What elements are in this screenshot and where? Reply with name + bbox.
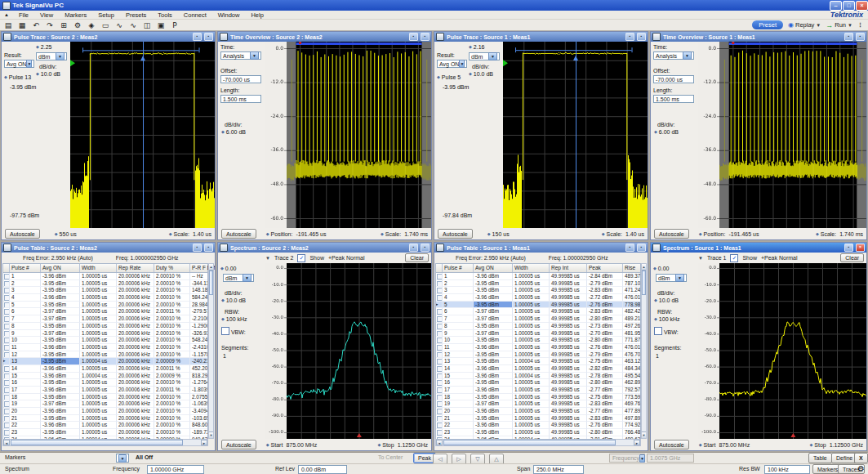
vbw-checkbox[interactable] (654, 327, 662, 335)
table-cell[interactable]: 49.99985 us (550, 415, 587, 423)
table-row[interactable]: 21-3.95 dBm1.00005 us20.00006 kHz2.00010… (3, 415, 207, 423)
table-cell[interactable]: -3.95 dBm (474, 280, 513, 288)
unit-select[interactable]: dBm▼ (656, 274, 687, 282)
table-cell[interactable]: -2.84 dBm (587, 273, 623, 280)
table-cell[interactable]: 49.99985 us (550, 344, 587, 351)
table-cell[interactable]: -3.97 dBm (474, 400, 513, 408)
table-cell[interactable]: 495.54688 (623, 373, 641, 380)
analysis-wave-icon[interactable]: ∿ (127, 20, 140, 31)
table-cell[interactable]: -- Hz (190, 273, 208, 280)
panel-minimize-icon[interactable]: ▪ (409, 244, 418, 252)
table-cell[interactable]: -3.95 dBm (41, 415, 80, 423)
table-cell[interactable]: 4 (443, 294, 474, 302)
table-cell[interactable]: 49.99985 us (550, 351, 587, 359)
rbw-value[interactable]: 100 kHz (221, 316, 247, 322)
scroll-right-icon[interactable]: ► (201, 440, 207, 445)
table-cell[interactable]: 13 (443, 358, 474, 365)
row-selector[interactable] (436, 415, 443, 423)
table-cell[interactable]: -3.95 dBm (41, 358, 80, 365)
table-cell[interactable]: 2.00009 % (154, 358, 190, 365)
table-cell[interactable]: 20.00006 kHz (117, 351, 154, 359)
table-cell[interactable]: 1 (443, 273, 474, 280)
show-checkbox[interactable]: ✓ (297, 254, 305, 262)
panel-maximize-icon[interactable]: ▪ (637, 33, 646, 41)
save-icon[interactable]: ▦ (16, 20, 29, 31)
trace-selector[interactable]: Trace 1 (707, 255, 726, 261)
scale-value[interactable]: 1.740 ms (839, 231, 863, 237)
table-cell[interactable]: 477.89062 (623, 408, 641, 415)
table-button[interactable]: Table (808, 453, 832, 463)
table-cell[interactable]: 20.00006 kHz (117, 387, 154, 394)
replay-button[interactable]: ◉ Replay▼ (788, 21, 821, 29)
panel-close-icon[interactable]: × (856, 244, 865, 252)
panel-titlebar[interactable]: Pulse Trace : Source 2 : Meas2 ▪▪ (2, 32, 215, 42)
pulse-wave-icon[interactable]: ∿ (113, 20, 126, 31)
panel-minimize-icon[interactable]: ▪ (625, 244, 634, 252)
x-position-value[interactable]: 150 us (487, 231, 510, 237)
table-cell[interactable]: 49.99985 us (550, 308, 587, 315)
result-select[interactable]: Avg ON▼ (437, 60, 467, 68)
table-cell[interactable]: 12 (10, 351, 41, 359)
row-selector[interactable] (3, 379, 10, 387)
table-cell[interactable]: 5 (443, 302, 474, 309)
table-cell[interactable]: 5 (10, 302, 41, 309)
menu-window[interactable]: Window (212, 11, 246, 19)
table-cell[interactable]: -2.21009 k (190, 315, 208, 323)
table-cell[interactable]: -189.7316 (190, 429, 208, 436)
table-cell[interactable]: 6 (443, 308, 474, 315)
table-cell[interactable]: 18 (443, 394, 474, 401)
more-options-icon[interactable]: ⋮ (857, 22, 863, 29)
table-cell[interactable]: -2.83 dBm (587, 400, 623, 408)
table-cell[interactable]: -3.97 dBm (41, 308, 80, 315)
table-row[interactable]: 15-3.96 dBm1.00004 us49.99985 us-2.78 dB… (436, 373, 640, 380)
panel-minimize-icon[interactable]: ▪ (193, 244, 202, 252)
table-cell[interactable]: 489.21872 (623, 315, 641, 323)
table-cell[interactable]: 497.89062 (623, 415, 641, 423)
row-selector[interactable] (436, 373, 443, 380)
table-cell[interactable]: -2.76 dBm (587, 422, 623, 429)
time-select[interactable]: Analysis▼ (220, 51, 261, 60)
ref-lev-field[interactable]: 0.00 dBm (298, 465, 347, 474)
run-button[interactable]: → Run▼ (826, 21, 852, 29)
table-cell[interactable]: 148.18732 (190, 287, 208, 294)
dbdiv-value[interactable]: 10.0 dB (221, 297, 246, 303)
table-cell[interactable]: 1.00005 us (80, 323, 117, 330)
table-row[interactable]: 22-3.96 dBm1.00005 us20.00006 kHz2.00010… (3, 422, 207, 429)
span-field[interactable]: 250.0 MHz (533, 465, 584, 474)
settings-gear-icon[interactable]: ⚙ (857, 464, 868, 474)
minimize-icon[interactable]: ‒ (830, 1, 842, 11)
row-selector[interactable] (3, 273, 10, 280)
table-row[interactable]: 7-3.97 dBm1.00005 us20.00006 kHz2.00010 … (3, 315, 207, 323)
table-cell[interactable]: 20.00006 kHz (117, 408, 154, 415)
table-cell[interactable]: 49.99985 us (550, 294, 587, 302)
panel-minimize-icon[interactable]: ▪ (625, 33, 634, 41)
table-cell[interactable]: 22 (443, 422, 474, 429)
table-cell[interactable]: -2.75 dBm (587, 394, 623, 401)
to-center-button[interactable]: To Center (378, 454, 403, 460)
row-selector[interactable] (3, 302, 10, 309)
table-cell[interactable]: 818.29215 (190, 373, 208, 380)
table-row[interactable]: 1-3.96 dBm1.00005 us20.00006 kHz2.00010 … (3, 273, 207, 280)
row-selector[interactable] (436, 308, 443, 315)
table-cell[interactable]: -3.97 dBm (474, 315, 513, 323)
row-selector[interactable] (3, 330, 10, 338)
table-cell[interactable]: -1.15781 k (190, 351, 208, 359)
column-header[interactable]: Avg ON (474, 264, 513, 272)
table-cell[interactable]: 1.00005 us (80, 394, 117, 401)
table-row[interactable]: 20-3.96 dBm1.00005 us20.00006 kHz2.00010… (3, 408, 207, 415)
dbdiv-value[interactable]: 6.00 dB (654, 129, 679, 135)
table-cell[interactable]: 1.00005 us (513, 400, 550, 408)
table-cell[interactable]: -1.06398 k (190, 400, 208, 408)
stop-value[interactable]: 1.1250 GHz (398, 442, 428, 448)
table-cell[interactable]: 28.98475 (190, 302, 208, 309)
table-cell[interactable]: 1.00004 us (80, 373, 117, 380)
table-row[interactable]: 16-3.95 dBm1.00005 us49.99985 us-2.80 dB… (436, 379, 640, 387)
table-cell[interactable]: 49.99985 us (550, 358, 587, 365)
column-header[interactable]: Pulse # (10, 264, 41, 272)
table-cell[interactable]: 7 (443, 315, 474, 323)
table-cell[interactable]: 17 (443, 387, 474, 394)
table-cell[interactable]: 1.00005 us (80, 422, 117, 429)
panel-titlebar[interactable]: Time Overview : Source 1 : Meas1 ▪▪ (651, 32, 866, 42)
table-cell[interactable]: 2.00009 % (154, 373, 190, 380)
settings-gear-icon[interactable]: ⚙ (71, 20, 84, 31)
